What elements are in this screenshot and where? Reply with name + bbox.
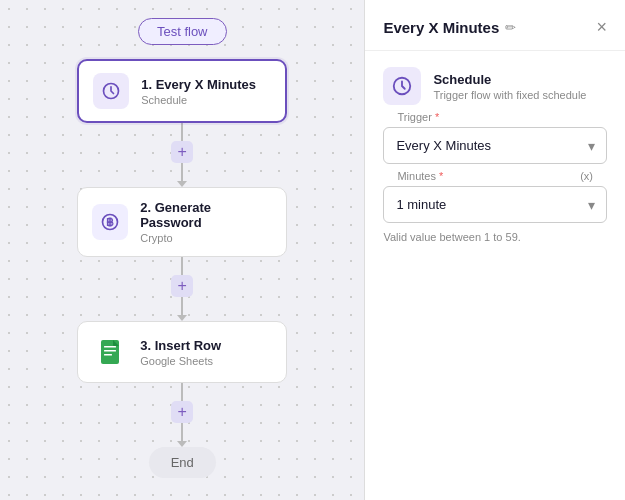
connector-3: +	[171, 383, 193, 447]
node-2-title: 2. Generate Password	[140, 200, 272, 230]
add-step-2-button[interactable]: +	[171, 275, 193, 297]
panel-schedule-icon	[383, 67, 421, 105]
panel-header: Every X Minutes ✏ ×	[365, 0, 625, 51]
minutes-form-group: Minutes * (x) 1 minute 2 minutes 5 minut…	[383, 178, 607, 243]
svg-rect-4	[104, 350, 116, 352]
panel-node-title: Schedule	[433, 72, 586, 87]
minutes-select[interactable]: 1 minute 2 minutes 5 minutes 10 minutes …	[383, 186, 607, 223]
panel-node-info: Schedule Trigger flow with fixed schedul…	[383, 67, 607, 105]
flow-node-2[interactable]: 2. Generate Password Crypto	[77, 187, 287, 257]
panel-body: Schedule Trigger flow with fixed schedul…	[365, 51, 625, 259]
minutes-hint: Valid value between 1 to 59.	[383, 231, 607, 243]
connector-1: +	[171, 123, 193, 187]
flow-node-3[interactable]: 3. Insert Row Google Sheets	[77, 321, 287, 383]
schedule-icon	[93, 73, 129, 109]
edit-icon[interactable]: ✏	[505, 20, 516, 35]
node-1-subtitle: Schedule	[141, 94, 256, 106]
sheets-icon	[92, 334, 128, 370]
line-1	[181, 123, 183, 141]
trigger-label: Trigger *	[393, 111, 443, 123]
line-2	[181, 163, 183, 181]
panel-node-text: Schedule Trigger flow with fixed schedul…	[433, 72, 586, 101]
minutes-label: Minutes *	[393, 170, 447, 182]
node-2-subtitle: Crypto	[140, 232, 272, 244]
line-6	[181, 423, 183, 441]
minutes-select-wrapper: 1 minute 2 minutes 5 minutes 10 minutes …	[383, 186, 607, 223]
panel-node-subtitle: Trigger flow with fixed schedule	[433, 89, 586, 101]
node-2-text: 2. Generate Password Crypto	[140, 200, 272, 244]
trigger-form-group: Trigger * Every X Minutes Every Hour Eve…	[383, 119, 607, 164]
line-3	[181, 257, 183, 275]
trigger-select-wrapper: Every X Minutes Every Hour Every Day	[383, 127, 607, 164]
node-3-text: 3. Insert Row Google Sheets	[140, 338, 221, 367]
panel-title: Every X Minutes	[383, 19, 499, 36]
add-step-1-button[interactable]: +	[171, 141, 193, 163]
node-1-text: 1. Every X Minutes Schedule	[141, 77, 256, 106]
x-badge[interactable]: (x)	[576, 170, 597, 182]
right-panel: Every X Minutes ✏ × Schedule Trigger flo…	[365, 0, 625, 500]
svg-rect-5	[104, 354, 112, 356]
add-step-3-button[interactable]: +	[171, 401, 193, 423]
panel-title-row: Every X Minutes ✏	[383, 19, 516, 36]
flow-node-1[interactable]: 1. Every X Minutes Schedule	[77, 59, 287, 123]
node-3-subtitle: Google Sheets	[140, 355, 221, 367]
close-button[interactable]: ×	[596, 18, 607, 36]
line-4	[181, 297, 183, 315]
end-node: End	[149, 447, 216, 478]
trigger-select[interactable]: Every X Minutes Every Hour Every Day	[383, 127, 607, 164]
flow-canvas: Test flow 1. Every X Minutes Schedule +	[0, 0, 364, 500]
line-5	[181, 383, 183, 401]
connector-2: +	[171, 257, 193, 321]
svg-rect-3	[104, 346, 116, 348]
node-3-title: 3. Insert Row	[140, 338, 221, 353]
node-1-title: 1. Every X Minutes	[141, 77, 256, 92]
crypto-icon	[92, 204, 128, 240]
flow-badge: Test flow	[138, 18, 227, 45]
